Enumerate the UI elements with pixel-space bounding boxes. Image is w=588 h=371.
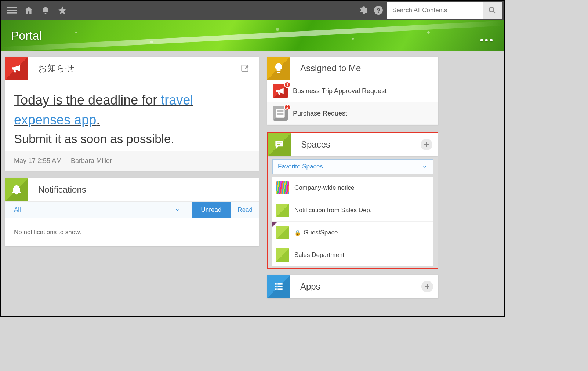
svg-rect-22 — [425, 286, 429, 287]
search-input[interactable] — [387, 2, 483, 19]
space-item-label: GuestSpace — [304, 229, 338, 236]
assigned-item[interactable]: 1 Business Trip Approval Request — [267, 80, 438, 102]
speech-icon — [268, 133, 291, 156]
tab-read[interactable]: Read — [231, 202, 259, 218]
space-icon — [276, 204, 289, 217]
space-item[interactable]: Company-wide notice — [272, 177, 433, 199]
svg-rect-11 — [277, 142, 282, 143]
svg-rect-18 — [277, 286, 282, 287]
bell-icon[interactable] — [40, 5, 51, 15]
badge: 2 — [284, 104, 291, 110]
spaces-title: Spaces — [291, 139, 421, 150]
app-icon: 1 — [273, 84, 288, 98]
help-icon[interactable]: ? — [373, 5, 384, 15]
page-title: Portal — [1, 29, 42, 43]
space-item-label: Company-wide notice — [294, 184, 354, 192]
lock-icon: 🔒 — [294, 230, 301, 236]
svg-point-5 — [489, 7, 494, 12]
svg-text:?: ? — [377, 7, 381, 14]
spaces-section: Spaces Favorite Spaces Company-wide noti… — [267, 132, 438, 269]
space-item-label: Sales Department — [294, 251, 344, 259]
space-item[interactable]: 🔒 GuestSpace — [272, 222, 433, 244]
space-icon — [276, 181, 289, 194]
bell-tile-icon — [5, 178, 28, 201]
notifications-card: Notifications All Unread Read No notific… — [5, 178, 259, 246]
add-app-button[interactable] — [421, 281, 433, 292]
space-item[interactable]: Notification from Sales Dep. — [272, 199, 433, 222]
svg-rect-2 — [7, 12, 17, 13]
svg-rect-15 — [275, 283, 276, 285]
chevron-down-icon — [175, 207, 181, 213]
add-space-button[interactable] — [421, 139, 432, 150]
apps-card: Apps — [267, 275, 438, 298]
edit-icon[interactable] — [237, 60, 253, 76]
announcement-body: Submit it as soon as possible. — [14, 132, 250, 146]
chevron-down-icon — [422, 164, 428, 170]
svg-rect-19 — [275, 288, 276, 290]
more-icon[interactable]: ••• — [480, 34, 494, 46]
space-item[interactable]: Sales Department — [272, 244, 433, 266]
announcement-time: May 17 2:55 AM — [14, 157, 62, 164]
assigned-item[interactable]: 2 Purchase Request — [267, 102, 438, 125]
svg-rect-0 — [7, 7, 17, 8]
svg-rect-10 — [277, 113, 284, 115]
space-icon — [276, 226, 289, 239]
svg-line-6 — [493, 11, 495, 13]
announcements-title: お知らせ — [28, 62, 237, 74]
assigned-item-label: Business Trip Approval Request — [293, 87, 386, 95]
assigned-item-label: Purchase Request — [293, 110, 347, 117]
assigned-card: Assigned to Me 1 Business Trip Approval … — [267, 57, 438, 125]
svg-rect-12 — [277, 144, 280, 145]
bulb-icon — [267, 57, 290, 80]
announcement-headline: Today is the deadline for travel expense… — [14, 90, 250, 130]
home-icon[interactable] — [23, 5, 34, 15]
svg-rect-17 — [275, 286, 276, 287]
apps-title: Apps — [290, 281, 421, 292]
search-box — [387, 2, 502, 19]
svg-rect-9 — [277, 110, 284, 112]
list-icon — [267, 275, 290, 298]
corner-marker — [272, 222, 277, 227]
tab-unread[interactable]: Unread — [192, 202, 231, 218]
svg-rect-14 — [424, 144, 429, 145]
announcement-meta: May 17 2:55 AM Barbara Miller — [5, 151, 259, 171]
banner: Portal ••• — [1, 20, 504, 51]
badge: 1 — [284, 81, 291, 88]
svg-rect-16 — [277, 283, 282, 285]
search-button[interactable] — [483, 2, 502, 19]
announcements-card: お知らせ Today is the deadline for travel ex… — [5, 57, 259, 171]
space-item-label: Notification from Sales Dep. — [294, 207, 372, 214]
menu-icon[interactable] — [7, 5, 17, 15]
space-icon — [276, 248, 289, 262]
assigned-title: Assigned to Me — [290, 63, 438, 73]
notifications-title: Notifications — [28, 185, 259, 195]
topbar: ? — [1, 1, 504, 20]
svg-rect-1 — [7, 10, 17, 11]
app-icon: 2 — [273, 106, 288, 121]
favorite-spaces-dropdown[interactable]: Favorite Spaces — [272, 159, 433, 174]
megaphone-icon — [5, 57, 28, 80]
notifications-empty: No notifications to show. — [5, 218, 259, 246]
notif-filter-dropdown[interactable]: All — [5, 202, 192, 218]
gear-icon[interactable] — [358, 5, 368, 15]
svg-rect-20 — [277, 288, 282, 290]
star-icon[interactable] — [57, 5, 68, 15]
announcement-author: Barbara Miller — [71, 157, 112, 164]
